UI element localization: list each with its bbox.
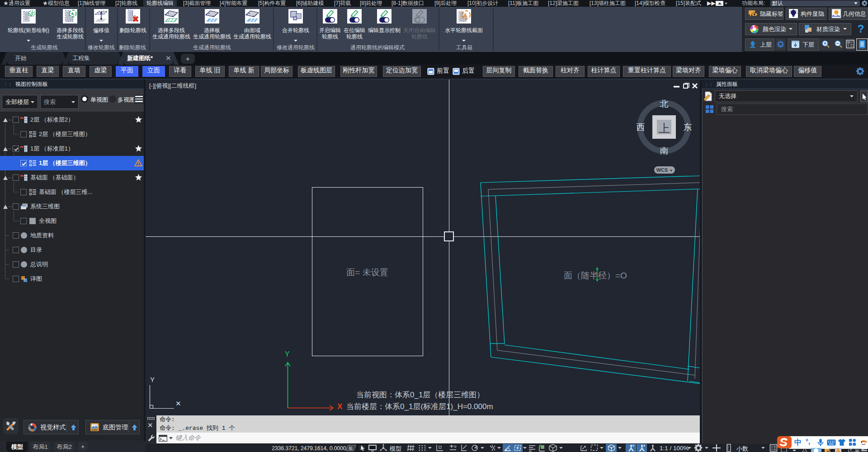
svg-text:板: 板 (348, 446, 353, 451)
svg-text:东: 东 (684, 122, 692, 132)
svg-text:上: 上 (658, 122, 670, 135)
svg-text:南: 南 (660, 146, 669, 155)
svg-text:西: 西 (637, 122, 645, 132)
svg-text:北: 北 (660, 99, 669, 108)
